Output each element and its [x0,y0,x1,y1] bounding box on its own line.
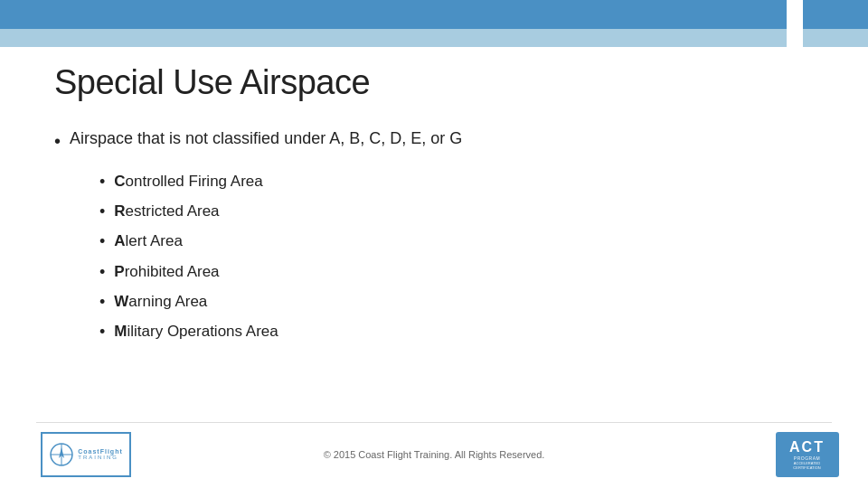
sub-bullet-dot: • [99,230,105,253]
coastflight-logo: CoastFlight TRAINING [41,432,131,477]
sub-bullet-text: Alert Area [114,230,183,252]
sub-bullet-text: Prohibited Area [114,261,219,283]
sub-bullet-dot: • [99,321,105,343]
logo-right: ACT PROGRAM ACCELERATEDCERTIFICATION [773,429,841,479]
main-bullet: • Airspace that is not classified under … [54,129,814,153]
footer-copyright: © 2015 Coast Flight Training. All Rights… [324,449,545,460]
slide-title: Special Use Airspace [54,63,814,102]
top-bar-light [0,29,787,47]
main-bullet-dot: • [54,129,61,153]
sub-bullet-dot: • [99,201,105,223]
top-bar-small-light [803,29,868,47]
act-logo-tagline: ACCELERATEDCERTIFICATION [793,461,820,470]
sub-bullet-dot: • [99,171,105,193]
act-logo-text: ACT [789,439,825,455]
sub-bullet-text: Controlled Firing Area [114,171,262,192]
sub-bullet-text: Military Operations Area [114,321,278,343]
sub-bullet-text: Warning Area [114,291,207,313]
top-bar-blue [0,0,787,29]
sub-bullet-dot: • [99,261,105,284]
sub-bullets-list: • Controlled Firing Area • Restricted Ar… [99,171,814,343]
list-item: • Restricted Area [99,201,814,223]
logo-left: CoastFlight TRAINING [36,429,136,479]
list-item: • Warning Area [99,291,814,314]
coastflight-logo-icon [49,442,74,467]
act-logo: ACT PROGRAM ACCELERATEDCERTIFICATION [776,432,839,477]
top-bar-small-blue [803,0,868,29]
list-item: • Prohibited Area [99,261,814,284]
list-item: • Controlled Firing Area [99,171,814,193]
list-item: • Military Operations Area [99,321,814,343]
slide-content: Special Use Airspace • Airspace that is … [54,63,814,416]
list-item: • Alert Area [99,230,814,253]
main-bullet-text: Airspace that is not classified under A,… [70,129,462,148]
top-bar-container [0,0,868,50]
sub-bullet-text: Restricted Area [114,201,219,222]
sub-bullet-dot: • [99,291,105,314]
